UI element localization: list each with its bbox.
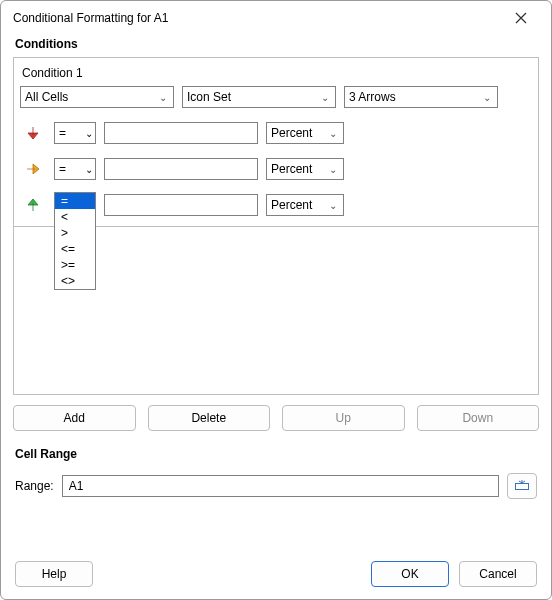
condition-buttons-row: Add Delete Up Down xyxy=(13,405,539,431)
chevron-down-icon: ⌄ xyxy=(85,164,93,175)
cell-range-section-label: Cell Range xyxy=(13,445,539,467)
close-icon xyxy=(515,12,527,24)
operator-value: = xyxy=(59,162,66,176)
chevron-down-icon: ⌄ xyxy=(319,92,331,103)
value-type-value: Percent xyxy=(271,126,327,140)
dialog-button-bar: Help OK Cancel xyxy=(13,561,539,593)
condition-title: Condition 1 xyxy=(20,64,532,86)
arrow-right-icon xyxy=(24,160,42,178)
delete-button[interactable]: Delete xyxy=(148,405,271,431)
range-row: Range: xyxy=(13,473,539,499)
icon-rule-rows: = ⌄ Percent ⌄ = ⌄ xyxy=(20,122,532,216)
dialog-title: Conditional Formatting for A1 xyxy=(13,11,501,25)
range-input[interactable] xyxy=(62,475,499,497)
arrow-down-icon xyxy=(24,124,42,142)
value-type-select[interactable]: Percent ⌄ xyxy=(266,122,344,144)
move-up-button[interactable]: Up xyxy=(282,405,405,431)
shrink-reference-button[interactable] xyxy=(507,473,537,499)
value-type-select[interactable]: Percent ⌄ xyxy=(266,158,344,180)
operator-option[interactable]: <= xyxy=(55,241,95,257)
operator-option[interactable]: <> xyxy=(55,273,95,289)
chevron-down-icon: ⌄ xyxy=(157,92,169,103)
chevron-down-icon: ⌄ xyxy=(327,128,339,139)
chevron-down-icon: ⌄ xyxy=(327,200,339,211)
close-button[interactable] xyxy=(501,4,541,32)
iconset-select-value: 3 Arrows xyxy=(349,90,481,104)
operator-value: = xyxy=(59,126,66,140)
icon-rule-row: = ⌄ Percent ⌄ xyxy=(20,194,532,216)
scope-select-value: All Cells xyxy=(25,90,157,104)
arrow-up-icon xyxy=(24,196,42,214)
shrink-icon xyxy=(515,480,529,492)
threshold-input[interactable] xyxy=(104,122,258,144)
threshold-input[interactable] xyxy=(104,194,258,216)
dialog-body: Conditions Condition 1 All Cells ⌄ Icon … xyxy=(1,35,551,599)
move-down-button[interactable]: Down xyxy=(417,405,540,431)
ok-button[interactable]: OK xyxy=(371,561,449,587)
operator-dropdown-list[interactable]: = < > <= >= <> xyxy=(54,192,96,290)
conditional-formatting-dialog: Conditional Formatting for A1 Conditions… xyxy=(0,0,552,600)
operator-select[interactable]: = ⌄ xyxy=(54,158,96,180)
icon-rule-row: = ⌄ Percent ⌄ xyxy=(20,158,532,180)
conditions-section-label: Conditions xyxy=(13,35,539,57)
operator-option[interactable]: = xyxy=(55,193,95,209)
iconset-select[interactable]: 3 Arrows ⌄ xyxy=(344,86,498,108)
condition-top-row: All Cells ⌄ Icon Set ⌄ 3 Arrows ⌄ xyxy=(20,86,532,108)
chevron-down-icon: ⌄ xyxy=(481,92,493,103)
add-button[interactable]: Add xyxy=(13,405,136,431)
conditions-panel: Condition 1 All Cells ⌄ Icon Set ⌄ 3 Arr… xyxy=(13,57,539,395)
threshold-input[interactable] xyxy=(104,158,258,180)
operator-option[interactable]: > xyxy=(55,225,95,241)
titlebar: Conditional Formatting for A1 xyxy=(1,1,551,35)
chevron-down-icon: ⌄ xyxy=(85,128,93,139)
icon-rule-row: = ⌄ Percent ⌄ xyxy=(20,122,532,144)
operator-select[interactable]: = ⌄ xyxy=(54,122,96,144)
scope-select[interactable]: All Cells ⌄ xyxy=(20,86,174,108)
cancel-button[interactable]: Cancel xyxy=(459,561,537,587)
operator-option[interactable]: >= xyxy=(55,257,95,273)
svg-rect-0 xyxy=(516,484,529,490)
value-type-select[interactable]: Percent ⌄ xyxy=(266,194,344,216)
value-type-value: Percent xyxy=(271,198,327,212)
operator-option[interactable]: < xyxy=(55,209,95,225)
style-select[interactable]: Icon Set ⌄ xyxy=(182,86,336,108)
help-button[interactable]: Help xyxy=(15,561,93,587)
range-label: Range: xyxy=(15,479,54,493)
value-type-value: Percent xyxy=(271,162,327,176)
style-select-value: Icon Set xyxy=(187,90,319,104)
chevron-down-icon: ⌄ xyxy=(327,164,339,175)
